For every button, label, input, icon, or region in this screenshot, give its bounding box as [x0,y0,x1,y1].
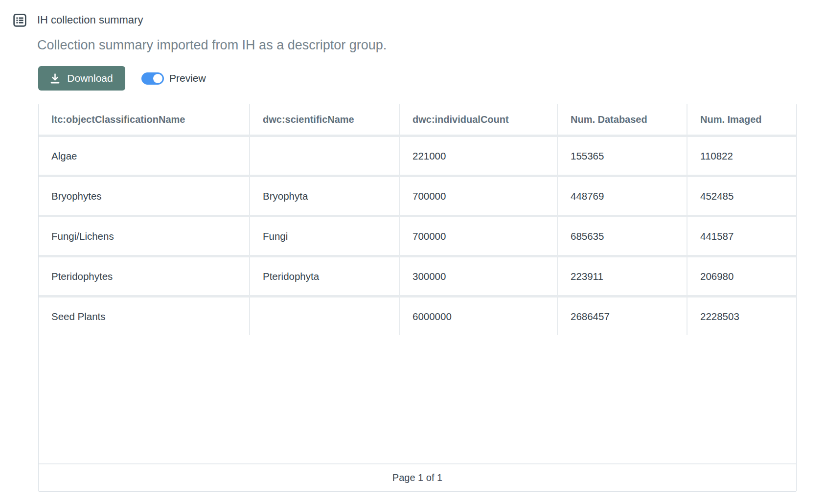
table-cell: 2228503 [688,298,796,335]
page-subtitle: Collection summary imported from IH as a… [37,37,825,53]
table-empty-space [39,335,796,463]
column-header-object-classification-name: ltc:objectClassificationName [39,104,249,135]
page: IH collection summary Collection summary… [0,0,825,504]
column-header-individual-count: dwc:individualCount [400,104,557,135]
preview-toggle-group[interactable]: Preview [141,72,206,85]
table-cell: 700000 [400,177,557,215]
table-cell: 223911 [558,257,687,295]
table-cell: 206980 [688,257,796,295]
preview-toggle[interactable] [141,72,164,85]
table-cell: Algae [39,137,249,175]
table-cell: Bryophytes [39,177,249,215]
download-button-label: Download [67,72,113,84]
table-cell: 300000 [400,257,557,295]
column-header-num-imaged: Num. Imaged [688,104,796,135]
table-cell: Bryophyta [250,177,399,215]
table-cell: 452485 [688,177,796,215]
table-cell: 685635 [558,217,687,255]
download-button[interactable]: Download [38,66,125,91]
table-cell [250,137,399,175]
table-cell: 700000 [400,217,557,255]
column-header-num-databased: Num. Databased [558,104,687,135]
table-cell: Fungi [250,217,399,255]
list-alt-icon [13,14,26,27]
table-cell [250,298,399,335]
table-cell: 110822 [688,137,796,175]
page-header: IH collection summary [13,13,825,27]
table-cell: Fungi/Lichens [39,217,249,255]
table-cell: 441587 [688,217,796,255]
column-header-scientific-name: dwc:scientificName [250,104,399,135]
toggle-knob [153,74,162,83]
download-icon [50,73,60,84]
table-cell: Seed Plants [39,298,249,335]
table-cell: 2686457 [558,298,687,335]
descriptor-table-card: ltc:objectClassificationName dwc:scienti… [38,104,797,492]
table-cell: 448769 [558,177,687,215]
preview-label: Preview [169,72,206,84]
page-title: IH collection summary [37,14,143,26]
pagination-status: Page 1 of 1 [39,463,796,491]
table-cell: 155365 [558,137,687,175]
table-cell: 6000000 [400,298,557,335]
table-cell: Pteridophyta [250,257,399,295]
descriptor-table: ltc:objectClassificationName dwc:scienti… [39,104,796,335]
toolbar: Download Preview [38,66,825,91]
table-cell: 221000 [400,137,557,175]
table-cell: Pteridophytes [39,257,249,295]
